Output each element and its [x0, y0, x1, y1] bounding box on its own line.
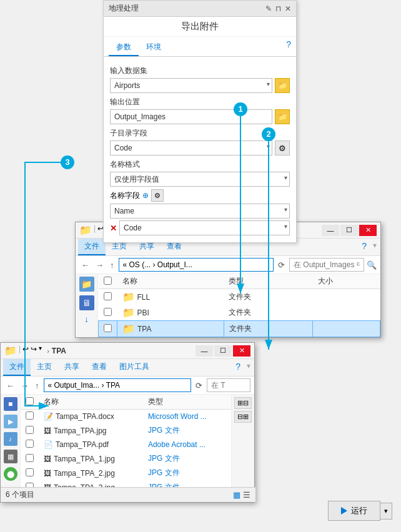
exp1-maximize-btn[interactable]: ☐	[340, 225, 358, 236]
exp2-maximize-btn[interactable]: ☐	[214, 345, 232, 357]
row-checkbox[interactable]	[104, 292, 112, 300]
exp1-help-icon[interactable]: ?	[357, 239, 372, 255]
svg-text:3: 3	[65, 157, 69, 167]
file-name: Tampa_TPA.pdf	[56, 440, 109, 449]
input-dataset-label: 输入数据集	[110, 66, 290, 76]
exp2-close-btn[interactable]: ✕	[233, 345, 250, 357]
exp1-search-btn[interactable]: 🔍	[367, 260, 377, 270]
run-button[interactable]: 运行	[328, 501, 380, 521]
explorer2-content: ■ ▶ ♪ ▦ ⬤ 名称 类型 📝Tampa_TPA.docx Microsof…	[1, 395, 254, 495]
explorer2-file-table: 名称 类型 📝Tampa_TPA.docx Microsoft Word ...…	[21, 395, 231, 495]
exp1-address-bar[interactable]	[119, 258, 274, 272]
table-row[interactable]: 🖼Tampa_TPA.jpg JPG 文件	[21, 423, 231, 438]
name-field-2-remove-btn[interactable]: ✕	[110, 224, 117, 233]
pin-icon[interactable]: ✎	[265, 4, 272, 13]
exp1-close-btn[interactable]: ✕	[359, 225, 377, 236]
run-dropdown-arrow: ▾	[384, 507, 388, 515]
output-location-input[interactable]	[110, 109, 272, 124]
exp2-search-input[interactable]	[207, 378, 250, 392]
exp1-minimize-btn[interactable]: —	[322, 225, 339, 236]
row-checkbox[interactable]	[104, 324, 112, 332]
explorer2-toolbar: ← → ↑ ⟳	[1, 377, 254, 395]
exp2-status-text: 6 个项目	[6, 490, 34, 500]
input-dataset-folder-btn[interactable]: 📁	[275, 78, 290, 93]
file-type-icon: 🖼	[44, 426, 51, 435]
exp2-menu-share[interactable]: 共享	[58, 359, 86, 376]
exp2-select-all-checkbox[interactable]	[26, 397, 34, 405]
row-checkbox[interactable]	[26, 411, 34, 420]
table-row[interactable]: 📄Tampa_TPA.pdf Adobe Acrobat ...	[21, 438, 231, 451]
name-field-1-select[interactable]: Name	[110, 204, 290, 219]
exp2-help-icon[interactable]: ?	[230, 359, 245, 376]
row-checkbox[interactable]	[104, 308, 112, 316]
exp1-up-btn[interactable]: ↑	[108, 260, 116, 270]
geo-titlebar-right: ✎ ⊓ ✕	[265, 4, 291, 13]
exp2-status-btn2[interactable]: ☰	[243, 490, 250, 500]
exp2-status-btn1[interactable]: ▦	[233, 490, 240, 500]
input-dataset-select[interactable]: Airports	[110, 78, 272, 93]
exp2-address-bar[interactable]	[44, 378, 192, 392]
table-row[interactable]: 🖼Tampa_TPA_1.jpg JPG 文件	[21, 451, 231, 466]
exp2-sidebar-icon-1: ■	[4, 397, 17, 411]
name-fields-expand-icon[interactable]: ⊕	[142, 191, 149, 200]
exp2-col-name: 名称	[39, 395, 143, 410]
table-row[interactable]: 📝Tampa_TPA.docx Microsoft Word ...	[21, 410, 231, 424]
input-dataset-wrapper: Airports	[110, 78, 272, 93]
table-row[interactable]: 📁PBI 文件夹	[99, 305, 380, 321]
explorer1-content: 📁 🖥 ↓ 名称 类型 大小 📁FLL 文件夹	[76, 274, 380, 337]
exp1-forward-btn[interactable]: →	[94, 260, 106, 270]
exp2-menu-home[interactable]: 主页	[31, 359, 58, 376]
row-checkbox[interactable]	[26, 454, 34, 462]
exp2-back-btn[interactable]: ←	[4, 380, 16, 391]
close-icon[interactable]: ✕	[285, 4, 291, 13]
name-field-2-select[interactable]: Code	[119, 220, 290, 235]
exp2-dropdown-icon[interactable]: ▾	[39, 345, 42, 357]
row-checkbox[interactable]	[26, 426, 34, 434]
exp2-minimize-btn[interactable]: —	[196, 345, 213, 357]
name-fields-gear-btn[interactable]: ⚙	[151, 189, 164, 202]
file-name: Tampa_TPA_2.jpg	[54, 469, 115, 478]
subdir-field-wrapper: Code	[110, 140, 272, 155]
tab-params[interactable]: 参数	[109, 39, 139, 56]
exp1-collapse-icon[interactable]: ▾	[372, 239, 378, 255]
exp2-menu-pictures[interactable]: 图片工具	[113, 359, 156, 376]
exp2-menu-view[interactable]: 查看	[86, 359, 113, 376]
exp2-undo-icon[interactable]: ↩	[22, 345, 29, 357]
exp2-forward-btn[interactable]: →	[19, 380, 31, 391]
run-dropdown-btn[interactable]: ▾	[380, 503, 392, 520]
subdir-field-select[interactable]: Code	[110, 140, 272, 155]
table-row[interactable]: 📁TPA 文件夹	[99, 321, 380, 337]
svg-point-6	[61, 155, 74, 169]
select-all-checkbox[interactable]	[104, 277, 112, 285]
row-checkbox[interactable]	[26, 440, 34, 448]
exp1-refresh-btn[interactable]: ⟳	[276, 260, 287, 270]
exp1-search-input[interactable]	[289, 258, 364, 272]
exp2-redo-icon[interactable]: ↪	[31, 345, 37, 357]
exp2-menu-file[interactable]: 文件	[3, 359, 31, 376]
table-row[interactable]: 📁FLL 文件夹	[99, 289, 380, 305]
file-type: JPG 文件	[143, 466, 231, 480]
help-icon[interactable]: ?	[286, 39, 291, 56]
name-field-2-wrapper: Code	[119, 220, 290, 235]
exp2-collapse-icon[interactable]: ▾	[245, 359, 252, 376]
subdir-gear-btn[interactable]: ⚙	[275, 140, 290, 155]
file-type: 文件夹	[224, 305, 313, 321]
exp2-title-path: TPA	[52, 347, 193, 355]
exp2-view-details-btn[interactable]: ⊞⊟	[234, 397, 252, 409]
exp1-back-btn[interactable]: ←	[79, 260, 91, 270]
table-row[interactable]: 🖼Tampa_TPA_2.jpg JPG 文件	[21, 466, 231, 480]
exp2-refresh-btn[interactable]: ⟳	[194, 380, 204, 391]
exp1-win-btns: — ☐ ✕	[322, 225, 377, 236]
tab-env[interactable]: 环境	[139, 39, 169, 56]
exp2-view-large-btn[interactable]: ⊟⊞	[234, 411, 252, 423]
name-field-1-row: Name	[110, 204, 290, 219]
explorer1-main: 名称 类型 大小 📁FLL 文件夹 📁PBI 文件夹 📁TPA 文件夹	[98, 274, 380, 337]
name-format-select[interactable]: 仅使用字段值	[110, 172, 290, 187]
file-type-icon: 📝	[44, 412, 53, 421]
col-type: 类型	[224, 274, 313, 289]
dock-icon[interactable]: ⊓	[275, 4, 281, 13]
row-checkbox[interactable]	[26, 468, 34, 476]
output-location-folder-btn[interactable]: 📁	[275, 109, 290, 124]
exp2-up-btn[interactable]: ↑	[33, 380, 41, 391]
exp1-menu-file[interactable]: 文件	[78, 239, 106, 255]
